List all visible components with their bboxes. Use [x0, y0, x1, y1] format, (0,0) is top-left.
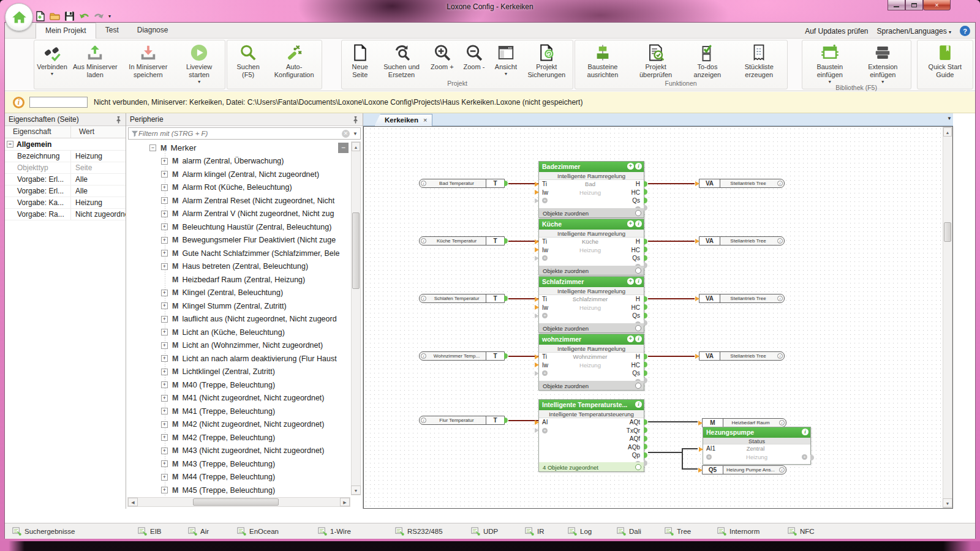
show-todos-button[interactable]: To-dos anzeigen	[682, 42, 733, 79]
tree-item[interactable]: M Alarm Rot (Küche, Beleuchtung)	[126, 181, 350, 195]
temperature-sensor-block[interactable]: i Bad Temperatur T	[419, 179, 505, 188]
block-footer[interactable]: Objekte zuordnen	[539, 381, 644, 390]
input-connector[interactable]	[535, 239, 541, 244]
undo-icon[interactable]	[79, 11, 89, 21]
expand-icon[interactable]	[161, 316, 168, 323]
assign-objects-icon[interactable]	[635, 464, 641, 470]
align-blocks-button[interactable]: Bausteine ausrichten	[576, 42, 630, 79]
menu-tab[interactable]: Diagnose	[128, 23, 178, 39]
digital-output-block[interactable]: Q5 Heizung Pumpe Ans... i	[702, 465, 786, 474]
status-bar-item[interactable]: 1-Wire	[311, 527, 388, 536]
view-button[interactable]: Ansicht▼	[490, 42, 522, 76]
collapse-icon[interactable]: −	[7, 141, 13, 148]
property-row[interactable]: Vorgabe: Ka... Heizung	[5, 197, 126, 209]
new-document-icon[interactable]	[35, 11, 45, 21]
property-row[interactable]: Vorgabe: Erl... Alle	[5, 186, 126, 197]
titlebar[interactable]: Loxone Config - Kerkeiken ×	[0, 0, 980, 13]
pin-icon[interactable]	[352, 116, 359, 124]
input-connector[interactable]	[695, 181, 702, 186]
scroll-down-icon[interactable]: ▼	[943, 498, 952, 508]
status-bar-item[interactable]: NFC	[780, 527, 829, 536]
input-connector[interactable]	[535, 256, 541, 261]
add-input-icon[interactable]: +	[542, 370, 548, 376]
output-connector[interactable]	[644, 436, 647, 441]
save-to-miniserver-button[interactable]: In Miniserver speichern	[122, 42, 175, 79]
tree-item[interactable]: M M43 (Treppe, Beleuchtung)	[126, 457, 350, 471]
tree-item[interactable]: M Licht an (Wohnzimmer, Nicht zugeordnet…	[126, 339, 350, 353]
block-footer[interactable]: Objekte zuordnen	[539, 266, 644, 275]
expand-icon[interactable]	[161, 369, 168, 375]
redo-icon[interactable]	[94, 11, 104, 21]
program-canvas[interactable]: i Bad Temperatur T Badezimmer+i Intellig…	[363, 126, 953, 509]
output-connector[interactable]	[644, 189, 647, 195]
add-input-icon[interactable]: +	[542, 313, 548, 318]
home-button[interactable]	[5, 3, 33, 31]
expand-icon[interactable]	[161, 329, 168, 335]
output-connector[interactable]	[644, 444, 647, 449]
insert-block-button[interactable]: Baustein einfügen▼	[804, 42, 857, 84]
expand-icon[interactable]	[161, 197, 168, 204]
status-bar-item[interactable]: Dali	[609, 527, 657, 536]
output-connector[interactable]	[644, 198, 647, 203]
move-icon[interactable]: +	[627, 163, 634, 170]
tree-item[interactable]: M Bewegungsmeler Flur Deaktiviert (Nicht…	[126, 234, 350, 247]
marker-output-block[interactable]: M Heizbedarf Raum i	[702, 418, 786, 427]
assign-objects-icon[interactable]	[635, 325, 641, 331]
status-bar-item[interactable]: Log	[560, 527, 609, 536]
output-connector[interactable]	[644, 370, 647, 376]
close-button[interactable]: ×	[923, 0, 951, 10]
canvas-vertical-scrollbar[interactable]: ▲ ▼	[943, 127, 952, 508]
output-connector[interactable]	[644, 205, 647, 211]
valve-actuator-block[interactable]: VA Stellantrieb Tree i	[699, 236, 785, 246]
room-controller-block[interactable]: Schlafzimmer+i Intelligente Raumregelung…	[538, 276, 644, 333]
room-controller-block[interactable]: Küche+i Intelligente Raumregelung TiKüch…	[538, 219, 644, 276]
output-connector[interactable]	[644, 296, 647, 302]
add-input-icon[interactable]: +	[542, 255, 548, 261]
assign-objects-icon[interactable]	[635, 268, 641, 274]
search-and-replace-button[interactable]: Suchen und Ersetzen	[377, 42, 426, 79]
output-connector[interactable]	[644, 255, 647, 261]
collapse-all-button[interactable]: −	[338, 143, 349, 153]
zoom-out-button[interactable]: Zoom -	[458, 42, 490, 71]
info-icon[interactable]: i	[635, 335, 642, 342]
info-input[interactable]	[29, 97, 88, 108]
tree-item[interactable]: M lauflicht aus (Nicht zugeordnet, Nicht…	[126, 313, 350, 326]
quick-start-guide-button[interactable]: Quick Start Guide	[919, 42, 971, 79]
close-tab-icon[interactable]: ×	[423, 116, 427, 126]
filter-input[interactable]	[138, 130, 342, 137]
tree-item[interactable]: M Alarm Zentral Reset (Nicht zugeordnet,…	[126, 194, 350, 208]
input-connector[interactable]	[535, 428, 541, 433]
tree-item[interactable]: M M43 (Nicht zugeordnet, Nicht zugeordne…	[126, 444, 350, 458]
info-icon[interactable]: i	[635, 163, 642, 170]
property-value[interactable]: Nicht zugeordnet	[71, 209, 126, 220]
expand-icon[interactable]	[161, 460, 168, 467]
create-parts-list-button[interactable]: Stückliste erzeugen	[733, 42, 786, 79]
scrollbar-thumb[interactable]	[193, 498, 279, 506]
output-connector[interactable]	[644, 263, 647, 268]
property-value[interactable]: Heizung	[71, 197, 126, 208]
open-folder-icon[interactable]	[50, 11, 60, 21]
tree-item[interactable]: M Gute Nacht Schlafzimmer (Schlafzimmer,…	[126, 247, 350, 260]
output-connector[interactable]	[644, 452, 647, 458]
expand-icon[interactable]	[161, 381, 168, 388]
zoom-in-button[interactable]: Zoom +	[426, 42, 458, 71]
info-icon[interactable]: i	[635, 278, 642, 285]
output-connector[interactable]	[644, 460, 647, 466]
output-connector[interactable]	[644, 181, 647, 187]
filter-dropdown-icon[interactable]: ▼	[353, 131, 358, 137]
add-output-icon[interactable]: +	[802, 454, 807, 460]
input-connector[interactable]	[698, 421, 705, 425]
search-button[interactable]: Suchen (F5)	[228, 42, 268, 79]
output-connector[interactable]	[504, 418, 508, 423]
output-connector[interactable]	[644, 239, 647, 244]
insert-extension-button[interactable]: Extension einfügen▼	[856, 42, 910, 84]
status-bar-item[interactable]: RS232/485	[388, 527, 464, 536]
tree-item[interactable]: M Lichtklingel (Zentral, Zutritt)	[126, 365, 350, 379]
temperature-sensor-block[interactable]: i Schlafen Temperatur T	[419, 294, 505, 303]
expand-icon[interactable]	[161, 290, 168, 296]
info-icon[interactable]: i	[635, 401, 642, 408]
expand-icon[interactable]	[161, 474, 168, 481]
toolbar-options-icon[interactable]: ▾	[108, 13, 111, 19]
scroll-down-icon[interactable]: ▼	[351, 485, 361, 495]
assign-objects-icon[interactable]	[635, 383, 641, 389]
